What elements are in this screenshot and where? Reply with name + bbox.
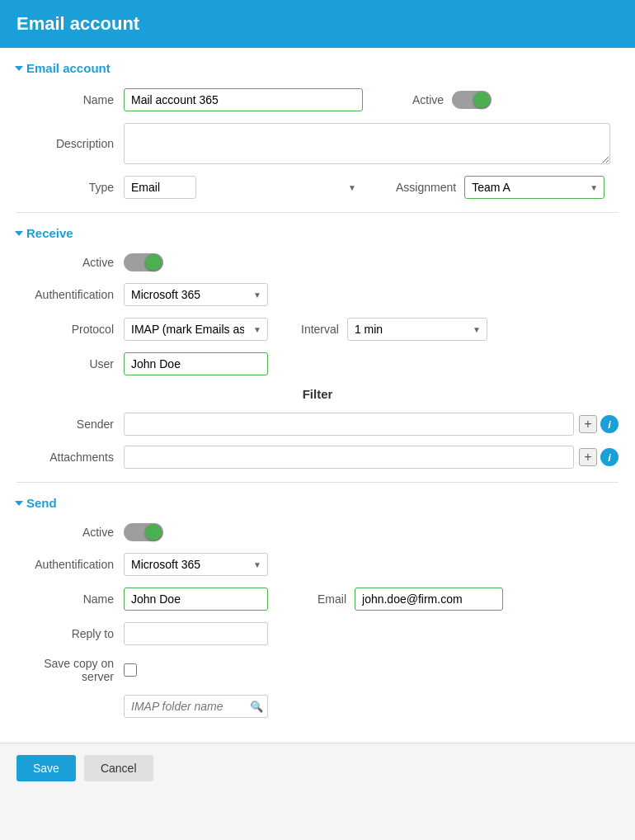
- type-select[interactable]: Email Support IMAP: [124, 176, 196, 199]
- send-name-email-row: Name Email: [16, 588, 619, 611]
- description-row: Description: [16, 123, 619, 164]
- name-input[interactable]: [124, 88, 363, 111]
- footer: Save Cancel: [0, 743, 635, 793]
- imap-search-icon: 🔍: [250, 701, 263, 713]
- send-active-knob: [145, 524, 162, 540]
- assignment-select-wrapper: Team A Team B Team C: [464, 176, 604, 199]
- attachments-info-button[interactable]: i: [600, 448, 619, 466]
- reply-to-input[interactable]: [124, 622, 268, 645]
- receive-auth-label: Authentification: [16, 288, 124, 301]
- send-name-input[interactable]: [124, 588, 268, 611]
- send-auth-label: Authentification: [16, 558, 124, 571]
- interval-wrapper: 1 min 5 min 10 min 30 min: [347, 318, 487, 341]
- reply-to-row: Reply to: [16, 622, 619, 645]
- receive-active-toggle[interactable]: [124, 253, 163, 271]
- interval-label: Interval: [301, 323, 339, 336]
- send-active-label: Active: [16, 526, 124, 539]
- reply-to-label: Reply to: [16, 627, 124, 640]
- page-title: Email account: [16, 13, 139, 34]
- attachments-label: Attachments: [16, 451, 124, 464]
- imap-folder-input[interactable]: [124, 695, 268, 718]
- imap-folder-wrapper: 🔍: [124, 695, 268, 718]
- imap-folder-row: 🔍: [124, 695, 619, 718]
- send-collapse-icon[interactable]: [15, 501, 23, 506]
- receive-active-row: Active: [16, 253, 619, 271]
- send-auth-select[interactable]: Microsoft 365 Basic OAuth2: [124, 553, 268, 576]
- email-input[interactable]: [355, 588, 503, 611]
- save-button[interactable]: Save: [16, 755, 76, 781]
- sender-label: Sender: [16, 418, 124, 431]
- assignment-label: Assignment: [396, 181, 456, 194]
- send-section-title: Send: [16, 496, 619, 510]
- user-label: User: [16, 357, 124, 370]
- name-label: Name: [16, 93, 124, 106]
- send-auth-wrapper: Microsoft 365 Basic OAuth2: [124, 553, 268, 576]
- active-label-name: Active: [412, 93, 444, 106]
- cancel-button[interactable]: Cancel: [84, 755, 153, 781]
- name-row: Name Active: [16, 88, 619, 111]
- interval-select[interactable]: 1 min 5 min 10 min 30 min: [347, 318, 487, 341]
- description-input[interactable]: [124, 123, 610, 164]
- user-input[interactable]: [124, 352, 268, 375]
- send-active-toggle[interactable]: [124, 523, 163, 541]
- attachments-input[interactable]: [124, 446, 574, 469]
- receive-active-knob: [145, 254, 162, 271]
- protocol-interval-row: Protocol IMAP (mark Emails as POP3 IMAP …: [16, 318, 619, 341]
- send-active-row: Active: [16, 523, 619, 541]
- section-collapse-icon[interactable]: [15, 66, 23, 71]
- active-toggle-name[interactable]: [452, 91, 492, 109]
- email-label: Email: [318, 592, 346, 606]
- receive-auth-wrapper: Microsoft 365 Basic OAuth2: [124, 283, 268, 306]
- receive-auth-row: Authentification Microsoft 365 Basic OAu…: [16, 283, 619, 306]
- save-copy-row: Save copy on server: [16, 657, 619, 683]
- send-auth-row: Authentification Microsoft 365 Basic OAu…: [16, 553, 619, 576]
- send-name-label: Name: [16, 592, 124, 606]
- active-toggle-knob-name: [473, 92, 490, 108]
- receive-section-title: Receive: [16, 226, 619, 240]
- page-header: Email account: [0, 0, 635, 48]
- sender-input[interactable]: [124, 413, 574, 436]
- protocol-select[interactable]: IMAP (mark Emails as POP3 IMAP: [124, 318, 268, 341]
- sender-add-button[interactable]: +: [579, 415, 597, 433]
- sender-row: Sender + i: [16, 413, 619, 436]
- user-row: User: [16, 352, 619, 375]
- attachments-row: Attachments + i: [16, 446, 619, 469]
- protocol-label: Protocol: [16, 323, 124, 336]
- type-assignment-row: Type Email Support IMAP Assignment Team …: [16, 176, 619, 199]
- type-select-wrapper: Email Support IMAP: [124, 176, 363, 199]
- receive-active-label: Active: [16, 256, 124, 269]
- description-label: Description: [16, 137, 124, 150]
- protocol-wrapper: IMAP (mark Emails as POP3 IMAP: [124, 318, 268, 341]
- sender-info-button[interactable]: i: [600, 415, 619, 433]
- attachments-add-button[interactable]: +: [579, 448, 597, 466]
- email-account-section-title: Email account: [16, 61, 619, 75]
- receive-auth-select[interactable]: Microsoft 365 Basic OAuth2: [124, 283, 268, 306]
- type-label: Type: [16, 181, 124, 194]
- receive-collapse-icon[interactable]: [15, 231, 23, 236]
- save-copy-checkbox[interactable]: [124, 663, 137, 677]
- filter-title: Filter: [16, 387, 619, 401]
- assignment-select[interactable]: Team A Team B Team C: [464, 176, 604, 199]
- save-copy-label: Save copy on server: [16, 657, 124, 683]
